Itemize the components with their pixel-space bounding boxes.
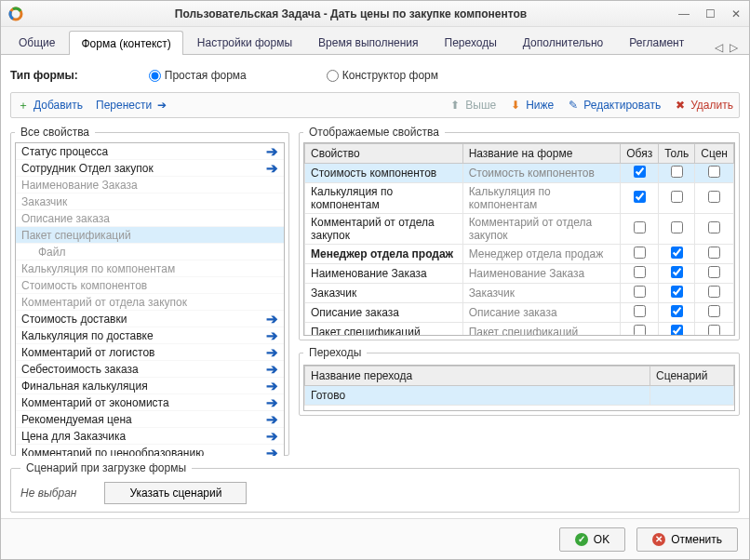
required-checkbox[interactable] bbox=[634, 286, 646, 298]
required-checkbox[interactable] bbox=[634, 191, 646, 203]
trans-row[interactable]: Готово bbox=[305, 386, 734, 406]
all-prop-row[interactable]: Комментарий по ценообразованию➔ bbox=[16, 445, 284, 456]
all-props-legend: Все свойства bbox=[15, 126, 95, 139]
required-checkbox[interactable] bbox=[634, 325, 646, 336]
all-prop-row[interactable]: Финальная калькуляция➔ bbox=[16, 378, 284, 394]
transitions-wrap[interactable]: Название переходаСценарийГотово bbox=[303, 365, 735, 411]
tab-form-context[interactable]: Форма (контекст) bbox=[69, 31, 182, 55]
grid-header[interactable]: Толь bbox=[659, 144, 695, 164]
radio-form-constructor[interactable]: Конструктор форм bbox=[327, 69, 438, 82]
add-arrow-icon[interactable]: ➔ bbox=[264, 162, 280, 175]
scenario-checkbox[interactable] bbox=[708, 166, 720, 178]
trans-header[interactable]: Сценарий bbox=[650, 367, 734, 386]
readonly-checkbox[interactable] bbox=[671, 266, 683, 278]
close-button[interactable]: ✕ bbox=[723, 3, 749, 25]
grid-header[interactable]: Обяз bbox=[621, 144, 659, 164]
scenario-checkbox[interactable] bbox=[708, 266, 720, 278]
tab-form-settings[interactable]: Настройки формы bbox=[185, 30, 304, 54]
up-button[interactable]: ⬆ Выше bbox=[449, 99, 496, 112]
all-prop-row[interactable]: Описание заказа bbox=[16, 210, 284, 227]
add-arrow-icon[interactable]: ➔ bbox=[264, 346, 280, 359]
all-prop-label: Статус процесса bbox=[21, 145, 264, 158]
all-prop-row[interactable]: Комментарий от отдела закупок bbox=[16, 294, 284, 311]
scenario-checkbox[interactable] bbox=[708, 286, 720, 298]
tab-execution-time[interactable]: Время выполнения bbox=[306, 30, 430, 54]
add-arrow-icon[interactable]: ➔ bbox=[264, 313, 280, 326]
tab-transitions[interactable]: Переходы bbox=[433, 30, 509, 54]
required-checkbox[interactable] bbox=[634, 221, 646, 233]
scenario-checkbox[interactable] bbox=[708, 305, 720, 317]
required-checkbox[interactable] bbox=[634, 247, 646, 259]
grid-row[interactable]: Комментарий от отдела закупокКомментарий… bbox=[305, 214, 734, 245]
all-prop-row[interactable]: Файл bbox=[16, 244, 284, 260]
all-prop-row[interactable]: Калькуляция по доставке➔ bbox=[16, 327, 284, 344]
grid-row[interactable]: Калькуляция по компонентамКалькуляция по… bbox=[305, 183, 734, 214]
delete-button[interactable]: ✖ Удалить bbox=[674, 99, 733, 112]
add-arrow-icon[interactable]: ➔ bbox=[264, 145, 280, 158]
down-button[interactable]: ⬇ Ниже bbox=[509, 99, 554, 112]
add-arrow-icon[interactable]: ➔ bbox=[264, 380, 280, 393]
add-arrow-icon[interactable]: ➔ bbox=[264, 447, 280, 457]
all-prop-row[interactable]: Цена для Заказчика➔ bbox=[16, 428, 284, 445]
trans-header[interactable]: Название перехода bbox=[305, 367, 650, 386]
all-prop-row[interactable]: Себестоимость заказа➔ bbox=[16, 361, 284, 378]
add-arrow-icon[interactable]: ➔ bbox=[264, 363, 280, 376]
grid-row[interactable]: Пакет спецификацийПакет спецификаций bbox=[305, 323, 734, 337]
radio-simple-form-input[interactable] bbox=[149, 70, 161, 82]
add-arrow-icon[interactable]: ➔ bbox=[264, 430, 280, 443]
add-arrow-icon[interactable]: ➔ bbox=[264, 329, 280, 342]
tab-next-icon[interactable]: ▷ bbox=[727, 41, 740, 54]
readonly-checkbox[interactable] bbox=[671, 286, 683, 298]
scenario-checkbox[interactable] bbox=[708, 247, 720, 259]
radio-form-constructor-input[interactable] bbox=[327, 70, 339, 82]
radio-simple-form[interactable]: Простая форма bbox=[149, 69, 247, 82]
grid-row[interactable]: ЗаказчикЗаказчик bbox=[305, 284, 734, 303]
tab-prev-icon[interactable]: ◁ bbox=[712, 41, 725, 54]
edit-button[interactable]: ✎ Редактировать bbox=[567, 99, 661, 112]
scenario-checkbox[interactable] bbox=[708, 325, 720, 336]
grid-header[interactable]: Сцен bbox=[695, 144, 734, 164]
grid-row[interactable]: Стоимость компонентовСтоимость компонент… bbox=[305, 164, 734, 183]
tab-additional[interactable]: Дополнительно bbox=[511, 30, 615, 54]
displayed-grid-wrap[interactable]: СвойствоНазвание на формеОбязТольСценСто… bbox=[303, 142, 735, 336]
all-prop-row[interactable]: Стоимость компонентов bbox=[16, 277, 284, 294]
grid-header[interactable]: Свойство bbox=[305, 144, 463, 164]
all-prop-row[interactable]: Калькуляция по компонентам bbox=[16, 260, 284, 277]
scenario-pick-button[interactable]: Указать сценарий bbox=[104, 482, 247, 504]
required-checkbox[interactable] bbox=[634, 305, 646, 317]
add-arrow-icon[interactable]: ➔ bbox=[264, 413, 280, 426]
all-prop-row[interactable]: Комментарий от логистов➔ bbox=[16, 344, 284, 361]
required-checkbox[interactable] bbox=[634, 266, 646, 278]
tab-general[interactable]: Общие bbox=[7, 30, 67, 54]
add-arrow-icon[interactable]: ➔ bbox=[264, 396, 280, 409]
add-button[interactable]: ＋ Добавить bbox=[17, 99, 83, 112]
all-props-list[interactable]: Статус процесса➔Сотрудник Отдел закупок➔… bbox=[15, 142, 285, 456]
grid-header[interactable]: Название на форме bbox=[462, 144, 621, 164]
readonly-checkbox[interactable] bbox=[671, 221, 683, 233]
maximize-button[interactable]: ☐ bbox=[697, 3, 723, 25]
readonly-checkbox[interactable] bbox=[671, 191, 683, 203]
cancel-button[interactable]: ✕ Отменить bbox=[636, 527, 738, 552]
scenario-checkbox[interactable] bbox=[708, 191, 720, 203]
all-prop-row[interactable]: Сотрудник Отдел закупок➔ bbox=[16, 160, 284, 177]
readonly-checkbox[interactable] bbox=[671, 247, 683, 259]
move-button[interactable]: Перенести ➔ bbox=[96, 99, 168, 112]
grid-row[interactable]: Менеджер отдела продажМенеджер отдела пр… bbox=[305, 245, 734, 264]
tab-regulations[interactable]: Регламент bbox=[617, 30, 696, 54]
scenario-checkbox[interactable] bbox=[708, 221, 720, 233]
all-prop-row[interactable]: Наименование Заказа bbox=[16, 177, 284, 193]
all-prop-row[interactable]: Комментарий от экономиста➔ bbox=[16, 394, 284, 411]
readonly-checkbox[interactable] bbox=[671, 305, 683, 317]
all-prop-row[interactable]: Статус процесса➔ bbox=[16, 143, 284, 160]
readonly-checkbox[interactable] bbox=[671, 166, 683, 178]
all-prop-row[interactable]: Пакет спецификаций bbox=[16, 227, 284, 244]
grid-row[interactable]: Наименование ЗаказаНаименование Заказа bbox=[305, 264, 734, 284]
ok-button[interactable]: ✓ OK bbox=[559, 527, 625, 552]
minimize-button[interactable]: — bbox=[671, 3, 697, 25]
all-prop-row[interactable]: Рекомендуемая цена➔ bbox=[16, 411, 284, 428]
grid-row[interactable]: Описание заказаОписание заказа bbox=[305, 303, 734, 323]
all-prop-row[interactable]: Заказчик bbox=[16, 193, 284, 210]
all-prop-row[interactable]: Стоимость доставки➔ bbox=[16, 311, 284, 327]
required-checkbox[interactable] bbox=[634, 166, 646, 178]
readonly-checkbox[interactable] bbox=[671, 325, 683, 336]
